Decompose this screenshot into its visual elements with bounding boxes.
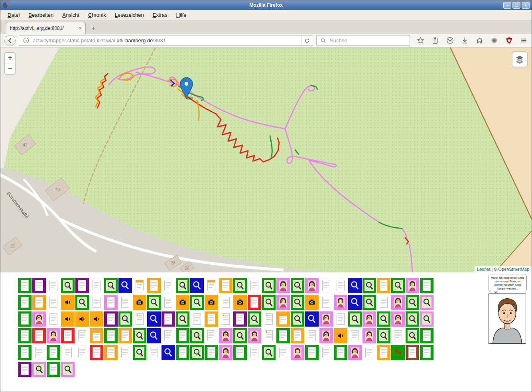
activity-tile[interactable]	[262, 295, 276, 310]
activity-tile[interactable]	[118, 295, 132, 310]
activity-tile[interactable]	[18, 345, 32, 360]
activity-tile[interactable]	[262, 278, 276, 293]
activity-tile[interactable]	[334, 311, 347, 327]
activity-tile[interactable]	[176, 328, 189, 343]
leaflet-link[interactable]: Leaflet	[477, 267, 490, 272]
menu-item-datei[interactable]: Datei	[4, 11, 24, 19]
activity-tile[interactable]	[363, 295, 376, 310]
activity-tile[interactable]	[18, 328, 32, 343]
activity-tile[interactable]	[18, 278, 32, 293]
activity-tile[interactable]	[391, 295, 405, 310]
activity-tile[interactable]	[61, 362, 75, 377]
activity-tile[interactable]	[176, 278, 189, 293]
activity-tile[interactable]	[118, 328, 132, 343]
minimize-button[interactable]: −	[503, 2, 511, 9]
activity-tile[interactable]	[32, 328, 46, 343]
activity-tile[interactable]	[32, 362, 46, 377]
activity-tile[interactable]	[420, 278, 433, 293]
activity-tile[interactable]	[133, 328, 146, 343]
activity-tile[interactable]	[219, 345, 233, 360]
activity-tile[interactable]	[391, 278, 405, 293]
activity-tile[interactable]	[205, 328, 218, 343]
activity-tile[interactable]	[276, 295, 290, 310]
activity-tile[interactable]	[319, 278, 333, 293]
activity-tile[interactable]	[319, 345, 333, 360]
activity-tile[interactable]	[219, 311, 233, 327]
activity-tile[interactable]	[32, 278, 46, 293]
activity-tile[interactable]	[190, 295, 204, 310]
activity-tile[interactable]	[233, 345, 247, 360]
activity-tile[interactable]	[262, 311, 276, 327]
activity-tile[interactable]	[319, 311, 333, 327]
activity-tile[interactable]	[147, 311, 161, 327]
activity-tile[interactable]	[47, 311, 60, 327]
activity-tile[interactable]	[133, 311, 146, 327]
activity-tile[interactable]	[363, 328, 376, 343]
activity-tile[interactable]	[205, 295, 218, 310]
activity-tile[interactable]	[248, 295, 261, 310]
activity-tile[interactable]	[305, 345, 319, 360]
activity-tile[interactable]	[47, 345, 60, 360]
activity-tile[interactable]	[90, 311, 103, 327]
activity-tile[interactable]	[61, 345, 75, 360]
menu-item-hilfe[interactable]: Hilfe	[172, 11, 191, 19]
activity-tile[interactable]	[406, 311, 419, 327]
activity-tile[interactable]	[61, 295, 75, 310]
activity-tile[interactable]	[104, 345, 118, 360]
activity-tile[interactable]	[219, 278, 233, 293]
activity-tile[interactable]	[176, 295, 189, 310]
activity-tile[interactable]	[205, 345, 218, 360]
activity-tile[interactable]	[248, 311, 261, 327]
activity-tile[interactable]	[18, 362, 32, 377]
activity-tile[interactable]	[219, 328, 233, 343]
activity-tile[interactable]	[305, 295, 319, 310]
titlebar[interactable]: Mozilla Firefox − □ ×	[0, 0, 532, 10]
map-canvas[interactable]: 42 40 35 28 26 Scherlachstraße	[0, 47, 532, 272]
activity-tile[interactable]	[47, 295, 60, 310]
activity-tile[interactable]	[262, 345, 276, 360]
activity-tile[interactable]	[32, 345, 46, 360]
activity-tile[interactable]	[162, 311, 175, 327]
openstreetmap-link[interactable]: OpenStreetMap	[498, 267, 529, 272]
activity-tile[interactable]	[147, 278, 161, 293]
activity-tile[interactable]	[391, 311, 405, 327]
activity-tile[interactable]	[104, 278, 118, 293]
activity-tile[interactable]	[291, 328, 304, 343]
activity-tile[interactable]	[406, 328, 419, 343]
activity-tile[interactable]	[233, 295, 247, 310]
activity-tile[interactable]	[334, 328, 347, 343]
activity-tile[interactable]	[348, 278, 362, 293]
activity-tile[interactable]	[233, 278, 247, 293]
activity-tile[interactable]	[377, 295, 390, 310]
activity-tile[interactable]	[291, 278, 304, 293]
activity-tile[interactable]	[176, 345, 189, 360]
activity-tile[interactable]	[348, 295, 362, 310]
activity-tile[interactable]	[334, 295, 347, 310]
maximize-button[interactable]: □	[512, 2, 520, 9]
activity-tile[interactable]	[377, 328, 390, 343]
activity-tile[interactable]	[305, 328, 319, 343]
activity-tile[interactable]	[90, 295, 103, 310]
zoom-out-button[interactable]: −	[5, 63, 15, 74]
activity-tile[interactable]	[147, 345, 161, 360]
activity-tile[interactable]	[176, 311, 189, 327]
activity-tile[interactable]	[420, 328, 433, 343]
hamburger-menu-icon[interactable]	[520, 37, 528, 45]
activity-tile[interactable]	[233, 328, 247, 343]
activity-tile[interactable]	[61, 311, 75, 327]
activity-tile[interactable]	[420, 345, 433, 360]
activity-tile[interactable]	[162, 295, 175, 310]
activity-tile[interactable]	[363, 278, 376, 293]
activity-tile[interactable]	[104, 328, 118, 343]
close-button[interactable]: ×	[522, 2, 530, 9]
zoom-in-button[interactable]: +	[5, 53, 15, 63]
activity-tile[interactable]	[391, 345, 405, 360]
download-icon[interactable]	[461, 37, 469, 45]
activity-tile[interactable]	[47, 278, 60, 293]
activity-tile[interactable]	[90, 278, 103, 293]
search-bar[interactable]: Suchen	[316, 35, 410, 46]
activity-tile[interactable]	[248, 278, 261, 293]
activity-tile[interactable]	[147, 295, 161, 310]
map-view[interactable]: 42 40 35 28 26 Scherlachstraße	[0, 47, 532, 272]
url-bar[interactable]: activitymapper.static.potato.kinf.wiai.u…	[19, 35, 313, 46]
